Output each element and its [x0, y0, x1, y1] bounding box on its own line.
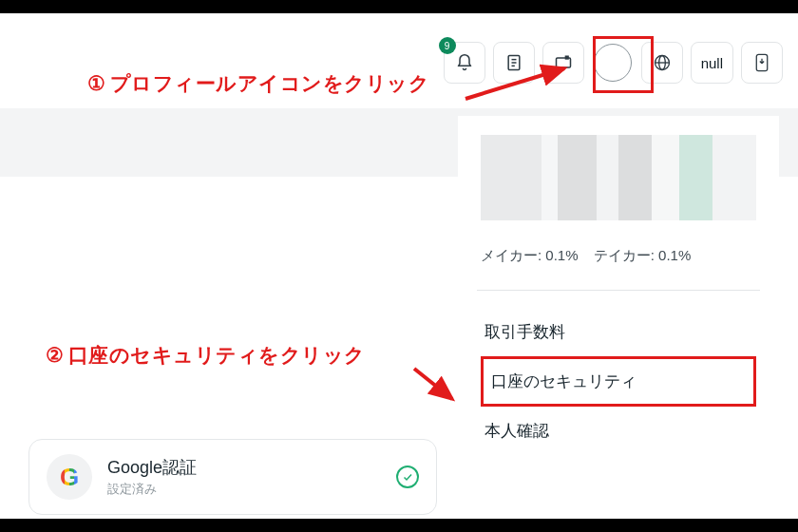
document-icon: [504, 53, 523, 72]
wallet-button[interactable]: [542, 42, 584, 84]
google-auth-title: Google認証: [107, 456, 197, 479]
svg-rect-5: [564, 56, 568, 60]
profile-dropdown: メイカー: 0.1% テイカー: 0.1% 取引手数料 口座のセキュリティ 本人…: [458, 116, 779, 519]
header-icon-row: 9 null: [444, 42, 783, 84]
globe-icon: [653, 53, 672, 72]
divider: [477, 290, 760, 291]
orders-button[interactable]: [493, 42, 535, 84]
download-icon: [753, 53, 770, 72]
menu-item-account-security[interactable]: 口座のセキュリティ: [481, 356, 756, 407]
annotation-arrow-2: [408, 363, 462, 408]
annotation-step1: ①プロフィールアイコンをクリック: [87, 70, 429, 97]
google-logo-icon: G: [47, 454, 92, 500]
bell-icon: [455, 53, 474, 72]
card-icon: [554, 53, 573, 72]
google-auth-subtitle: 設定済み: [107, 481, 197, 498]
menu-item-fees[interactable]: 取引手数料: [481, 308, 756, 356]
notifications-button[interactable]: 9: [444, 42, 485, 84]
fee-rates: メイカー: 0.1% テイカー: 0.1%: [481, 247, 756, 265]
download-button[interactable]: [741, 42, 783, 84]
language-button[interactable]: [641, 42, 683, 84]
notification-badge: 9: [439, 37, 456, 54]
null-button[interactable]: null: [691, 42, 733, 84]
google-auth-text: Google認証 設定済み: [107, 456, 197, 498]
profile-button[interactable]: [592, 42, 634, 84]
google-auth-card[interactable]: G Google認証 設定済み: [28, 439, 437, 515]
avatar-icon: [594, 44, 632, 82]
menu-item-kyc[interactable]: 本人確認: [481, 407, 756, 455]
redacted-user-info: [481, 135, 756, 220]
annotation-step2: ②口座のセキュリティをクリック: [46, 342, 366, 369]
check-icon: [396, 466, 419, 488]
svg-line-11: [414, 369, 452, 399]
